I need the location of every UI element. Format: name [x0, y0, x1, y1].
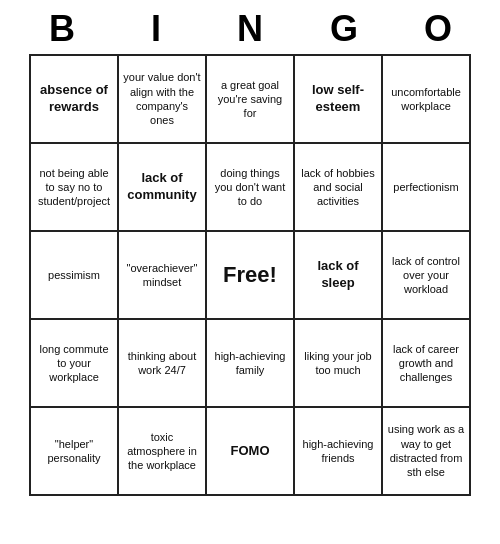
bingo-cell-8: lack of hobbies and social activities [295, 144, 383, 232]
bingo-grid: absence of rewardsyour value don't align… [29, 54, 471, 496]
bingo-letter: O [394, 8, 482, 50]
bingo-cell-4: uncomfortable workplace [383, 56, 471, 144]
bingo-letter: I [112, 8, 200, 50]
bingo-cell-5: not being able to say no to student/proj… [31, 144, 119, 232]
bingo-letter: G [300, 8, 388, 50]
bingo-cell-9: perfectionism [383, 144, 471, 232]
bingo-cell-12: Free! [207, 232, 295, 320]
bingo-cell-17: high-achieving family [207, 320, 295, 408]
bingo-cell-22: FOMO [207, 408, 295, 496]
bingo-cell-2: a great goal you're saving for [207, 56, 295, 144]
bingo-cell-16: thinking about work 24/7 [119, 320, 207, 408]
bingo-cell-6: lack of community [119, 144, 207, 232]
bingo-cell-7: doing things you don't want to do [207, 144, 295, 232]
bingo-cell-10: pessimism [31, 232, 119, 320]
bingo-cell-23: high-achieving friends [295, 408, 383, 496]
bingo-letter: N [206, 8, 294, 50]
bingo-cell-14: lack of control over your workload [383, 232, 471, 320]
bingo-header: BINGO [15, 0, 485, 54]
bingo-cell-13: lack of sleep [295, 232, 383, 320]
bingo-cell-0: absence of rewards [31, 56, 119, 144]
bingo-cell-3: low self-esteem [295, 56, 383, 144]
bingo-cell-15: long commute to your workplace [31, 320, 119, 408]
bingo-cell-24: using work as a way to get distracted fr… [383, 408, 471, 496]
bingo-cell-1: your value don't align with the company'… [119, 56, 207, 144]
bingo-letter: B [18, 8, 106, 50]
bingo-cell-18: liking your job too much [295, 320, 383, 408]
bingo-cell-19: lack of career growth and challenges [383, 320, 471, 408]
bingo-cell-20: "helper" personality [31, 408, 119, 496]
bingo-cell-21: toxic atmosphere in the workplace [119, 408, 207, 496]
bingo-cell-11: "overachiever" mindset [119, 232, 207, 320]
